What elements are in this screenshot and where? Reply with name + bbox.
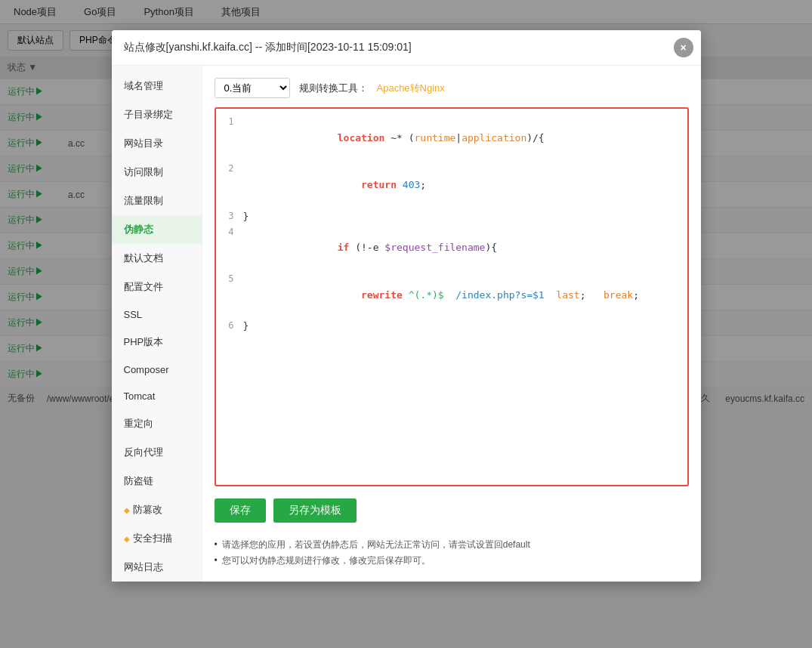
convert-link[interactable]: Apache转Nginx xyxy=(377,82,445,95)
code-line-4: 4 if (!-e $request_filename){ xyxy=(222,225,681,272)
sidebar-item-php-ver[interactable]: PHP版本 xyxy=(112,328,202,356)
current-select[interactable]: 0.当前 xyxy=(215,78,290,98)
code-line-3: 3 } xyxy=(222,209,681,225)
modal-overlay: 站点修改[yanshi.kf.kaifa.cc] -- 添加时间[2023-10… xyxy=(0,0,812,648)
sidebar-item-ssl[interactable]: SSL xyxy=(112,301,202,328)
convert-label: 规则转换工具： xyxy=(299,82,368,95)
tip-2: • 您可以对伪静态规则进行修改，修改完后保存即可。 xyxy=(215,554,689,568)
sidebar-item-domain[interactable]: 域名管理 xyxy=(112,72,202,100)
sidebar-item-proxy[interactable]: 反向代理 xyxy=(112,438,202,467)
code-line-6: 6 } xyxy=(222,319,681,335)
sidebar-item-subdir[interactable]: 子目录绑定 xyxy=(112,100,202,129)
sidebar-item-scan[interactable]: ◆ 安全扫描 xyxy=(112,524,202,553)
tips-area: • 请选择您的应用，若设置伪静态后，网站无法正常访问，请尝试设置回default… xyxy=(215,538,689,569)
sidebar-item-composer[interactable]: Composer xyxy=(112,356,202,383)
sidebar-item-tamper[interactable]: ◆ 防篡改 xyxy=(112,495,202,524)
sidebar-item-traffic[interactable]: 流量限制 xyxy=(112,187,202,215)
code-line-2: 2 return 403; xyxy=(222,162,681,208)
sidebar-item-hotlink[interactable]: 防盗链 xyxy=(112,467,202,495)
sidebar-item-config[interactable]: 配置文件 xyxy=(112,273,202,301)
sidebar-item-webdir[interactable]: 网站目录 xyxy=(112,129,202,158)
code-editor[interactable]: 1 location ~* (runtime|application)/{ 2 … xyxy=(215,107,689,486)
code-line-1: 1 location ~* (runtime|application)/{ xyxy=(222,115,681,162)
sidebar-item-pseudo[interactable]: 伪静态 xyxy=(112,215,202,244)
save-button[interactable]: 保存 xyxy=(215,498,266,523)
modal-main-content: 0.当前 规则转换工具： Apache转Nginx 1 location ~* … xyxy=(202,66,701,582)
modal-sidebar: 域名管理 子目录绑定 网站目录 访问限制 流量限制 伪静态 xyxy=(112,66,202,582)
save-as-template-button[interactable]: 另存为模板 xyxy=(273,498,357,523)
modal-dialog: 站点修改[yanshi.kf.kaifa.cc] -- 添加时间[2023-10… xyxy=(112,30,701,582)
content-toolbar: 0.当前 规则转换工具： Apache转Nginx xyxy=(215,78,689,98)
tip-1: • 请选择您的应用，若设置伪静态后，网站无法正常访问，请尝试设置回default xyxy=(215,538,689,552)
sidebar-item-tomcat[interactable]: Tomcat xyxy=(112,383,202,409)
sidebar-item-access[interactable]: 访问限制 xyxy=(112,158,202,187)
sidebar-item-default-doc[interactable]: 默认文档 xyxy=(112,244,202,273)
modal-title: 站点修改[yanshi.kf.kaifa.cc] -- 添加时间[2023-10… xyxy=(124,41,412,53)
code-line-5: 5 rewrite ^(.*)$ /index.php?s=$1 last; b… xyxy=(222,272,681,319)
sidebar-item-log[interactable]: 网站日志 xyxy=(112,553,202,582)
sidebar-item-redirect[interactable]: 重定向 xyxy=(112,409,202,438)
action-buttons: 保存 另存为模板 xyxy=(215,498,689,523)
modal-body: 域名管理 子目录绑定 网站目录 访问限制 流量限制 伪静态 xyxy=(112,66,701,582)
background-page: Node项目 Go项目 Python项目 其他项目 默认站点 PHP命令行版本 … xyxy=(0,0,812,648)
modal-close-button[interactable]: × xyxy=(674,38,693,57)
modal-header: 站点修改[yanshi.kf.kaifa.cc] -- 添加时间[2023-10… xyxy=(112,30,701,66)
